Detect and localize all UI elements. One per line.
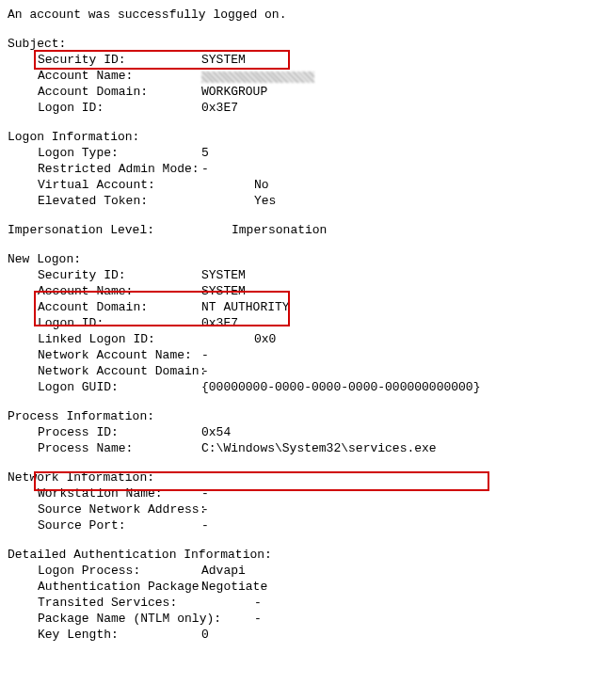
subject-security-id: Security ID: SYSTEM [8,53,584,69]
key-length: Key Length: 0 [8,628,584,644]
workstation-name: Workstation Name: - [8,486,584,502]
linked-logon-id: Linked Logon ID: 0x0 [8,332,584,348]
new-logon-logon-id: Logon ID: 0x3E7 [8,316,584,332]
source-network-address: Source Network Address: - [8,502,584,518]
auth-info-heading: Detailed Authentication Information: [8,548,584,564]
logon-guid: Logon GUID: {00000000-0000-0000-0000-000… [8,380,584,396]
new-logon-account-name: Account Name: SYSTEM [8,284,584,300]
auth-package: Authentication Package: Negotiate [8,580,584,596]
new-logon-account-domain: Account Domain: NT AUTHORITY [8,300,584,316]
subject-account-name: Account Name: [8,69,584,85]
logon-process: Logon Process: Advapi [8,564,584,580]
new-logon-security-id: Security ID: SYSTEM [8,268,584,284]
impersonation-level: Impersonation Level: Impersonation [8,223,584,239]
elevated-token: Elevated Token: Yes [8,194,584,210]
source-port: Source Port: - [8,518,584,534]
title: An account was successfully logged on. [8,8,584,24]
process-name: Process Name: C:\Windows\System32\servic… [8,441,584,457]
restricted-admin: Restricted Admin Mode: - [8,162,584,178]
logon-type: Logon Type: 5 [8,146,584,162]
subject-account-domain: Account Domain: WORKGROUP [8,85,584,101]
transited-services: Transited Services: - [8,596,584,612]
new-logon-heading: New Logon: [8,252,584,268]
process-id: Process ID: 0x54 [8,425,584,441]
network-account-name: Network Account Name: - [8,348,584,364]
network-account-domain: Network Account Domain: - [8,364,584,380]
logon-info-heading: Logon Information: [8,130,584,146]
network-info-heading: Network Information: [8,470,584,486]
subject-heading: Subject: [8,37,584,53]
process-info-heading: Process Information: [8,409,584,425]
redacted-value [201,72,314,83]
subject-logon-id: Logon ID: 0x3E7 [8,101,584,117]
event-log-text: An account was successfully logged on. S… [8,8,584,644]
virtual-account: Virtual Account: No [8,178,584,194]
package-name: Package Name (NTLM only): - [8,612,584,628]
